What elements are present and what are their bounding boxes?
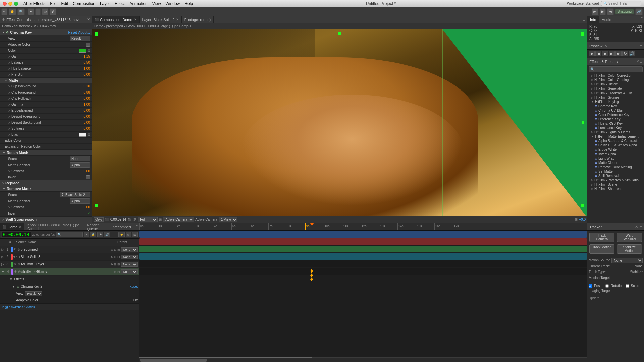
preview-menu[interactable]: ≡ bbox=[640, 44, 642, 48]
snapping-toggle[interactable]: Snapping bbox=[615, 9, 634, 14]
preview-last-frame[interactable]: ⏭ bbox=[615, 51, 622, 56]
ep-hitfilm-color-correction[interactable]: ▷ HitFilm - Color Correction bbox=[587, 73, 644, 78]
layer4-switch2[interactable]: ⊡ bbox=[117, 270, 120, 274]
layer1-eye[interactable]: 👁 bbox=[13, 248, 17, 251]
layer2-switch2[interactable]: ⊡ bbox=[117, 255, 120, 259]
retain-channel-select[interactable]: Alpha bbox=[70, 162, 90, 168]
views-select[interactable]: 1 View bbox=[219, 217, 237, 222]
layer4-parent[interactable]: None bbox=[121, 269, 138, 274]
rotation-checkbox[interactable] bbox=[605, 284, 609, 288]
ep-set-matte[interactable]: ⚙ Set Matte bbox=[587, 169, 644, 174]
layer2-bar[interactable] bbox=[139, 238, 587, 245]
layer1-switch2[interactable]: ⊡ bbox=[114, 248, 117, 251]
ep-hitfilm-generate[interactable]: ▷ HitFilm - Generate bbox=[587, 86, 644, 91]
ep-spill-removal[interactable]: ⚙ Spill Removal bbox=[587, 174, 644, 178]
layer4-expand[interactable]: ▼ bbox=[1, 270, 5, 274]
ep-hitfilm-lights[interactable]: ▷ HitFilm - Lights & Flares bbox=[587, 130, 644, 134]
preview-step-back[interactable]: ◀ bbox=[595, 51, 601, 56]
toolbar-magnet[interactable]: 🔗 bbox=[635, 8, 643, 15]
layer2-color[interactable] bbox=[11, 254, 13, 260]
scroll-thumb[interactable] bbox=[140, 359, 207, 362]
remove-source-select[interactable]: 7. Black Solid 2 bbox=[60, 192, 90, 197]
ep-chroma-key-effect[interactable]: ⚙ Chroma Key bbox=[587, 104, 644, 108]
tl-btn-collapse[interactable]: ⊞ bbox=[132, 232, 138, 237]
toolbar-select[interactable]: ↖ bbox=[1, 8, 7, 15]
tl-btn-solo[interactable]: ⚬ bbox=[84, 232, 89, 237]
track-camera-button[interactable]: Track Camera bbox=[589, 233, 614, 242]
layer3-fx[interactable]: fx bbox=[111, 263, 113, 266]
matte-header[interactable]: ▼ Matte bbox=[0, 78, 92, 83]
tab-render-queue[interactable]: Render Queue bbox=[84, 223, 110, 230]
handle-bl[interactable] bbox=[95, 204, 98, 207]
layer2-eye[interactable]: 👁 bbox=[13, 255, 17, 259]
tab-footage-none[interactable]: Footage: (none) bbox=[182, 16, 214, 23]
toolbar-pen[interactable]: ✒ bbox=[28, 8, 34, 15]
stabilize-motion-button[interactable]: Stabilize Motion bbox=[617, 244, 642, 254]
toolbar-paint[interactable]: 🖌 bbox=[50, 8, 56, 15]
layer3-switch2[interactable]: ⊡ bbox=[117, 263, 120, 266]
layer3-switch1[interactable]: ⊞ bbox=[114, 263, 117, 266]
chroma-color-swatch[interactable] bbox=[79, 49, 86, 53]
preview-audio[interactable]: 🔊 bbox=[629, 51, 635, 56]
chroma-keyframe-3[interactable] bbox=[310, 277, 313, 281]
spill-suppression-header[interactable]: ▷ Spill Suppression bbox=[0, 217, 92, 222]
timeline-search[interactable] bbox=[56, 232, 83, 237]
chroma-key-reset[interactable]: Reset bbox=[68, 31, 77, 34]
ep-hitfilm-matte[interactable]: ▼ HitFilm - Matte Enhancement bbox=[587, 134, 644, 139]
menu-file[interactable]: File bbox=[48, 1, 58, 6]
tl-btn-lock[interactable]: 🔒 bbox=[90, 232, 96, 237]
toolbar-play-prev[interactable]: ⏮ bbox=[592, 8, 598, 15]
effects-presets-search[interactable] bbox=[589, 66, 643, 72]
handle-br[interactable] bbox=[581, 204, 584, 207]
menu-view[interactable]: View bbox=[150, 1, 163, 6]
layer2-switch1[interactable]: ⊞ bbox=[114, 255, 117, 259]
remove-mask-header[interactable]: ▼ Remove Mask bbox=[0, 186, 92, 192]
effects-expand[interactable]: ▼ bbox=[9, 277, 13, 281]
preview-play[interactable]: ▶ bbox=[602, 51, 608, 56]
layer3-expand[interactable]: ▷ bbox=[1, 262, 4, 266]
ep-hitfilm-sharpen[interactable]: ▷ HitFilm - Sharpen bbox=[587, 187, 644, 191]
layer3-parent[interactable]: None bbox=[121, 262, 138, 267]
layer4-switch1[interactable]: ⊞ bbox=[114, 270, 117, 274]
ep-hitfilm-gradients[interactable]: ▷ HitFilm - Gradients & Fills bbox=[587, 91, 644, 95]
tab-composition-demo[interactable]: ⬛ Composition: Demo ✕ bbox=[92, 16, 140, 23]
effect-controls-close[interactable]: ✕ bbox=[87, 17, 90, 22]
view-select[interactable]: Result bbox=[25, 291, 42, 296]
preview-first-frame[interactable]: ⏮ bbox=[589, 51, 595, 56]
ep-hitfilm-scene[interactable]: ▷ HitFilm - Scene bbox=[587, 182, 644, 187]
ep-color-diff-key[interactable]: ⚙ Color Difference Key bbox=[587, 113, 644, 117]
tl-btn-draft[interactable]: ⚡ bbox=[118, 232, 125, 237]
timeline-menu[interactable]: ≡ bbox=[134, 223, 139, 230]
tl-btn-motion-blur[interactable]: ≋ bbox=[126, 232, 131, 237]
preview-step-forward[interactable]: ▶| bbox=[609, 51, 615, 56]
chroma-view-select[interactable]: Result bbox=[70, 36, 90, 41]
tab-audio[interactable]: Audio bbox=[599, 16, 614, 23]
layer2-lock[interactable]: ⊙ bbox=[17, 255, 20, 259]
work-area-bar[interactable] bbox=[139, 357, 587, 358]
ep-chroma-uv-blur[interactable]: ⚙ Chroma UV Blur bbox=[587, 108, 644, 113]
preview-close[interactable]: ✕ bbox=[604, 44, 607, 48]
retain-source-select[interactable]: None bbox=[70, 156, 90, 161]
ep-luminance-key[interactable]: ⚙ Luminance Key bbox=[587, 126, 644, 130]
timeline-timecode[interactable]: 0:00:09:14 bbox=[1, 231, 31, 238]
effects-presets-menu[interactable]: ≡ bbox=[640, 60, 642, 64]
playhead[interactable] bbox=[312, 223, 312, 230]
bias-swatch[interactable] bbox=[79, 133, 86, 137]
chroma-key-header[interactable]: ▼ ⚙ Chroma Key Reset About... bbox=[0, 29, 92, 35]
warp-stabilizer-button[interactable]: Warp Stabilizer bbox=[617, 233, 642, 242]
chroma-keyframe-1[interactable] bbox=[310, 269, 313, 273]
layer4-bar[interactable] bbox=[139, 253, 587, 260]
layer1-bar[interactable] bbox=[139, 231, 587, 238]
tab-comp-close[interactable]: ✕ bbox=[134, 18, 137, 21]
tl-btn-audio[interactable]: 🔊 bbox=[104, 232, 110, 237]
chroma2-expand[interactable]: ▼ bbox=[12, 285, 15, 288]
ep-alpha-brightness[interactable]: ⚙ Alpha B...ness & Contrast bbox=[587, 139, 644, 143]
tab-demo[interactable]: ⬛ Demo ✕ bbox=[0, 223, 24, 230]
layer2-expand[interactable]: ▷ bbox=[1, 255, 4, 259]
chroma-keyframe-2[interactable] bbox=[310, 273, 313, 277]
menu-composition[interactable]: Composition bbox=[71, 1, 97, 6]
camera-select[interactable]: Active Camera bbox=[163, 217, 194, 222]
replace-header[interactable]: ▷ Replace bbox=[0, 180, 92, 186]
position-checkbox[interactable] bbox=[589, 284, 592, 288]
ep-matte-cleaner[interactable]: ⚙ Matte Cleaner bbox=[587, 161, 644, 165]
